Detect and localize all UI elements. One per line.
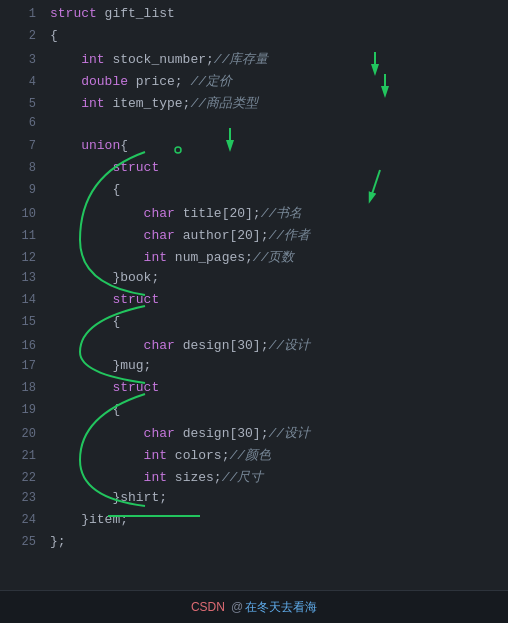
line-content: struct gift_list [50,6,175,21]
table-row: 17 }mug; [0,358,508,380]
table-row: 10 char title[20];//书名 [0,204,508,226]
line-content: char design[30];//设计 [50,424,310,442]
line-number: 4 [8,75,36,89]
table-row: 2{ [0,28,508,50]
line-content: }; [50,534,66,549]
table-row: 25}; [0,534,508,556]
line-number: 15 [8,315,36,329]
table-row: 9 { [0,182,508,204]
footer: CSDN @ 在冬天去看海 [0,590,508,623]
line-number: 20 [8,427,36,441]
line-content: struct [50,160,159,175]
line-number: 22 [8,471,36,485]
line-number: 11 [8,229,36,243]
line-content: { [50,402,120,417]
line-content: int num_pages;//页数 [50,248,294,266]
line-content: }mug; [50,358,151,373]
line-number: 10 [8,207,36,221]
line-number: 24 [8,513,36,527]
table-row: 20 char design[30];//设计 [0,424,508,446]
line-content: }shirt; [50,490,167,505]
code-editor: 1struct gift_list2{3 int stock_number;//… [0,0,508,590]
table-row: 23 }shirt; [0,490,508,512]
table-row: 13 }book; [0,270,508,292]
table-row: 11 char author[20];//作者 [0,226,508,248]
footer-username: 在冬天去看海 [245,599,317,616]
line-number: 3 [8,53,36,67]
footer-brand: CSDN [191,600,225,614]
line-number: 5 [8,97,36,111]
line-content: { [50,182,120,197]
table-row: 16 char design[30];//设计 [0,336,508,358]
line-number: 12 [8,251,36,265]
table-row: 6 [0,116,508,138]
line-content: char design[30];//设计 [50,336,310,354]
table-row: 18 struct [0,380,508,402]
table-row: 21 int colors;//颜色 [0,446,508,468]
line-number: 1 [8,7,36,21]
line-number: 21 [8,449,36,463]
table-row: 22 int sizes;//尺寸 [0,468,508,490]
line-number: 13 [8,271,36,285]
line-number: 6 [8,116,36,130]
table-row: 14 struct [0,292,508,314]
table-row: 4 double price; //定价 [0,72,508,94]
line-number: 7 [8,139,36,153]
line-number: 9 [8,183,36,197]
table-row: 24 }item; [0,512,508,534]
line-content: struct [50,292,159,307]
line-content: int sizes;//尺寸 [50,468,263,486]
table-row: 1struct gift_list [0,6,508,28]
footer-at: @ [231,600,243,614]
line-content: struct [50,380,159,395]
line-number: 17 [8,359,36,373]
line-number: 23 [8,491,36,505]
line-content: double price; //定价 [50,72,232,90]
line-content: int stock_number;//库存量 [50,50,268,68]
line-content: { [50,28,58,43]
line-number: 16 [8,339,36,353]
table-row: 5 int item_type;//商品类型 [0,94,508,116]
table-row: 12 int num_pages;//页数 [0,248,508,270]
table-row: 8 struct [0,160,508,182]
line-content: }book; [50,270,159,285]
table-row: 15 { [0,314,508,336]
line-number: 18 [8,381,36,395]
line-number: 2 [8,29,36,43]
table-row: 19 { [0,402,508,424]
line-number: 25 [8,535,36,549]
table-row: 3 int stock_number;//库存量 [0,50,508,72]
line-number: 14 [8,293,36,307]
line-number: 19 [8,403,36,417]
line-content: int colors;//颜色 [50,446,271,464]
line-content: union{ [50,138,128,153]
line-content: { [50,314,120,329]
line-content: char title[20];//书名 [50,204,302,222]
line-content: char author[20];//作者 [50,226,310,244]
table-row: 7 union{ [0,138,508,160]
line-number: 8 [8,161,36,175]
line-content: }item; [50,512,128,527]
line-content: int item_type;//商品类型 [50,94,258,112]
